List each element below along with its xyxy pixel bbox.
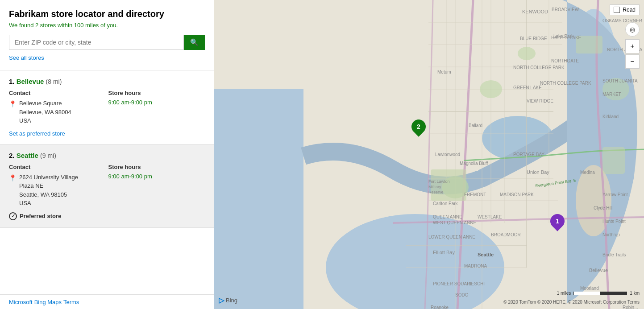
svg-text:Bridle Trails: Bridle Trails bbox=[602, 252, 626, 257]
zoom-out-icon: − bbox=[630, 58, 634, 66]
scale-bar: 1 miles 1 km bbox=[557, 291, 640, 296]
svg-text:BLUE RIDGE: BLUE RIDGE bbox=[520, 36, 547, 41]
pin-bellevue-circle: 1 bbox=[547, 211, 567, 231]
bing-maps-link[interactable]: Bing Maps bbox=[34, 299, 62, 305]
store-1-set-preferred-link[interactable]: Set as preferred store bbox=[9, 130, 65, 137]
store-1-heading: 1. Bellevue (8 mi) bbox=[9, 78, 205, 85]
svg-text:Union Bay: Union Bay bbox=[527, 169, 549, 175]
bing-label: Bing bbox=[226, 297, 237, 304]
svg-text:FREMONT: FREMONT bbox=[464, 192, 486, 197]
map-container[interactable]: KENWOOD Lake Park OSKAMS CORNER NORTH JU… bbox=[214, 0, 644, 309]
see-all-stores-link[interactable]: See all stores bbox=[9, 54, 205, 61]
svg-text:BROADVIEW: BROADVIEW bbox=[552, 7, 579, 12]
svg-text:SODO: SODO bbox=[455, 293, 469, 297]
svg-text:Military: Military bbox=[428, 185, 441, 189]
search-icon: 🔍 bbox=[190, 38, 199, 46]
svg-text:SOUTH JUANITA: SOUTH JUANITA bbox=[602, 78, 638, 83]
svg-text:QUEEN ANNE: QUEEN ANNE bbox=[433, 214, 462, 219]
scale-bars bbox=[573, 292, 627, 295]
store-2-addr2: Plaza NE bbox=[19, 181, 78, 190]
store-1-contact-label: Contact bbox=[9, 90, 106, 96]
store-2-name: Seattle bbox=[17, 152, 38, 159]
svg-text:Lawtonwood: Lawtonwood bbox=[435, 152, 460, 157]
sidebar-header: Fabrikam store locator and directory We … bbox=[0, 0, 214, 70]
svg-rect-5 bbox=[214, 89, 303, 309]
store-1-name: Bellevue bbox=[17, 78, 44, 85]
map-pin-seattle[interactable]: 2 bbox=[411, 119, 426, 134]
svg-text:HALLER LAKE: HALLER LAKE bbox=[551, 35, 582, 40]
svg-text:PIONEER SQUARE: PIONEER SQUARE bbox=[433, 281, 473, 286]
store-2-contact-section: Contact 📍 2624 University Village Plaza … bbox=[9, 164, 106, 208]
svg-point-26 bbox=[518, 47, 536, 60]
svg-text:Fort Lawton: Fort Lawton bbox=[428, 179, 450, 184]
pin-seattle-circle: 2 bbox=[408, 116, 428, 136]
svg-text:MARKET: MARKET bbox=[602, 92, 621, 97]
map-zoom-controls: ◎ + − bbox=[625, 22, 640, 69]
store-2-heading: 2. Seattle (9 mi) bbox=[9, 152, 205, 159]
sidebar: Fabrikam store locator and directory We … bbox=[0, 0, 214, 309]
search-input[interactable] bbox=[9, 35, 184, 50]
svg-text:WESTLAKE: WESTLAKE bbox=[478, 214, 502, 219]
road-button-label: Road bbox=[623, 7, 636, 13]
map-svg: KENWOOD Lake Park OSKAMS CORNER NORTH JU… bbox=[214, 0, 644, 309]
map-scale: 1 miles 1 km bbox=[557, 291, 640, 296]
svg-text:WEST QUEEN ANNE: WEST QUEEN ANNE bbox=[433, 220, 476, 225]
check-circle-icon: ✓ bbox=[9, 212, 17, 220]
svg-text:PORTAGE BAY: PORTAGE BAY bbox=[513, 152, 544, 157]
svg-text:Elliott Bay: Elliott Bay bbox=[433, 250, 455, 255]
location-icon-2: 📍 bbox=[9, 173, 17, 183]
map-compass-button[interactable]: ◎ bbox=[625, 22, 640, 37]
zoom-out-button[interactable]: − bbox=[625, 54, 640, 69]
store-2-details: Contact 📍 2624 University Village Plaza … bbox=[9, 164, 205, 208]
store-1-actions: Set as preferred store bbox=[9, 130, 205, 137]
zoom-in-button[interactable]: + bbox=[625, 39, 640, 54]
svg-text:Clyde Hill: Clyde Hill bbox=[594, 206, 612, 210]
store-1-number: 1. bbox=[9, 78, 15, 85]
svg-text:GREEN LAKE: GREEN LAKE bbox=[513, 85, 542, 90]
store-2-hours-section: Store hours 9:00 am-9:00 pm bbox=[108, 164, 205, 208]
road-icon bbox=[614, 7, 620, 13]
store-2-address: 📍 2624 University Village Plaza NE Seatt… bbox=[9, 173, 106, 208]
store-2-addr1: 2624 University Village bbox=[19, 173, 78, 182]
store-2-addr3: Seattle, WA 98105 bbox=[19, 190, 78, 199]
store-1-hours-section: Store hours 9:00 am-9:00 pm bbox=[108, 90, 205, 125]
svg-text:NORTH COLLEGE PARK: NORTH COLLEGE PARK bbox=[540, 81, 591, 86]
search-button[interactable]: 🔍 bbox=[184, 35, 205, 50]
scale-line-black bbox=[600, 292, 627, 295]
svg-rect-29 bbox=[602, 147, 625, 174]
search-row: 🔍 bbox=[9, 35, 205, 50]
svg-text:NORTHGATE: NORTHGATE bbox=[551, 58, 579, 63]
svg-text:Moorland: Moorland bbox=[580, 286, 599, 291]
svg-text:MADISON PARK: MADISON PARK bbox=[500, 192, 534, 197]
microsoft-link[interactable]: Microsoft bbox=[9, 299, 33, 305]
zoom-in-icon: + bbox=[630, 42, 634, 50]
preferred-store-badge: ✓ Preferred store bbox=[9, 212, 205, 220]
page-title: Fabrikam store locator and directory bbox=[9, 9, 205, 19]
svg-text:VIEW RIDGE: VIEW RIDGE bbox=[527, 99, 553, 103]
scale-lines bbox=[573, 292, 627, 295]
map-pin-bellevue[interactable]: 1 bbox=[550, 214, 565, 228]
svg-point-25 bbox=[480, 80, 502, 98]
store-card-bellevue: 1. Bellevue (8 mi) Contact 📍 Bellevue Sq… bbox=[0, 70, 214, 144]
road-view-button[interactable]: Road bbox=[610, 4, 640, 15]
svg-text:Hunts Point: Hunts Point bbox=[602, 219, 626, 224]
store-1-contact-section: Contact 📍 Bellevue Square Bellevue, WA 9… bbox=[9, 90, 106, 125]
svg-text:Reserve: Reserve bbox=[428, 190, 444, 194]
terms-link[interactable]: Terms bbox=[63, 299, 79, 305]
svg-text:Yarrow Point: Yarrow Point bbox=[602, 192, 628, 197]
store-1-details: Contact 📍 Bellevue Square Bellevue, WA 9… bbox=[9, 90, 205, 125]
store-1-addr3: USA bbox=[19, 116, 71, 125]
svg-text:NORTH COLLEGE PARK: NORTH COLLEGE PARK bbox=[513, 65, 565, 70]
svg-text:Seattle: Seattle bbox=[478, 252, 494, 257]
store-1-hours: 9:00 am-9:00 pm bbox=[108, 99, 205, 106]
svg-text:MADRONA: MADRONA bbox=[464, 264, 487, 268]
svg-text:Robin...: Robin... bbox=[623, 305, 638, 309]
location-icon-1: 📍 bbox=[9, 99, 17, 109]
store-1-distance: (8 mi) bbox=[46, 78, 62, 85]
svg-text:LESCHI: LESCHI bbox=[469, 281, 485, 286]
scale-km-label: 1 km bbox=[630, 291, 640, 296]
store-2-number: 2. bbox=[9, 152, 15, 159]
bing-logo: ▷ Bing bbox=[219, 296, 237, 305]
svg-text:Medina: Medina bbox=[580, 170, 595, 175]
svg-text:KENWOOD: KENWOOD bbox=[522, 9, 548, 14]
